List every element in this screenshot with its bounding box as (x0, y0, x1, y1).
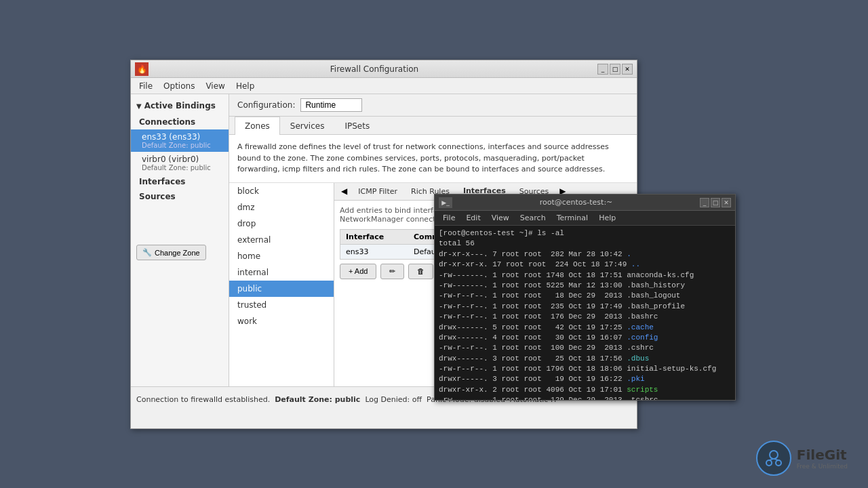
term-line-9: drwx------. 5 root root 42 Oct 19 17:25 … (439, 323, 731, 333)
zone-work[interactable]: work (229, 313, 334, 329)
term-menu-file[interactable]: File (437, 212, 460, 224)
terminal-controls: _ □ ✕ (700, 198, 731, 207)
term-line-4: -rw-------. 1 root root 1748 Oct 18 17:5… (439, 270, 731, 281)
terminal-menu-bar: File Edit View Search Terminal Help (435, 211, 735, 226)
minimize-button[interactable]: _ (597, 64, 608, 75)
firewall-sidebar: ▼ Active Bindings Connections ens33 (ens… (131, 94, 229, 386)
term-line-3: dr-xr-xr-x. 17 root root 224 Oct 18 17:4… (439, 260, 731, 270)
term-line-1: total 56 (439, 239, 731, 249)
zone-description: A firewalld zone defines the level of tr… (229, 135, 637, 183)
active-bindings-label: Active Bindings (144, 101, 216, 110)
sub-tab-icmp[interactable]: ICMP Filter (351, 184, 404, 199)
close-button[interactable]: ✕ (622, 64, 633, 75)
terminal-title: root@centos-test:~ (452, 198, 700, 207)
svg-line-4 (774, 459, 778, 460)
zone-trusted[interactable]: trusted (229, 297, 334, 313)
term-menu-help[interactable]: Help (593, 212, 621, 224)
zone-block[interactable]: block (229, 183, 334, 199)
expand-icon: ▼ (136, 102, 142, 110)
interfaces-label: Interfaces (131, 174, 229, 189)
zone-external[interactable]: external (229, 232, 334, 248)
menu-help[interactable]: Help (231, 80, 260, 92)
add-interface-button[interactable]: + Add (340, 264, 376, 279)
term-line-2: dr-xr-x---. 7 root root 282 Mar 28 10:42… (439, 249, 731, 260)
terminal-window: ▶_ root@centos-test:~ _ □ ✕ File Edit Vi… (434, 194, 736, 401)
connection-name-virbr0: virbr0 (virbr0) (142, 155, 218, 164)
term-menu-search[interactable]: Search (515, 212, 551, 224)
tab-zones[interactable]: Zones (235, 117, 280, 135)
status-connection: Connection to firewalld established. (136, 395, 270, 404)
term-line-7: -rw-r--r--. 1 root root 235 Oct 19 17:49… (439, 302, 731, 312)
config-bar: Configuration: Runtime Permanent (229, 94, 637, 117)
firewall-app-icon: 🔥 (135, 62, 149, 76)
connection-name-ens33: ens33 (ens33) (142, 132, 218, 142)
terminal-app-icon: ▶_ (439, 197, 452, 208)
remove-interface-button[interactable]: 🗑 (408, 264, 433, 279)
filegit-icon (756, 441, 791, 476)
sources-label: Sources (131, 189, 229, 204)
filegit-name: FileGit (797, 447, 848, 463)
term-line-12: drwx------. 3 root root 25 Oct 18 17:56 … (439, 354, 731, 364)
term-menu-terminal[interactable]: Terminal (551, 212, 594, 224)
firewall-titlebar: 🔥 Firewall Configuration _ □ ✕ (131, 60, 637, 78)
active-bindings-header: ▼ Active Bindings (131, 97, 229, 115)
menu-view[interactable]: View (200, 80, 230, 92)
term-close-button[interactable]: ✕ (722, 198, 731, 207)
term-line-15: drwxr-xr-x. 2 root root 4096 Oct 19 17:0… (439, 385, 731, 395)
connection-zone-ens33: Default Zone: public (142, 142, 218, 149)
edit-interface-button[interactable]: ✏ (380, 264, 404, 279)
term-line-10: drwx------. 4 root root 30 Oct 19 16:07 … (439, 333, 731, 343)
svg-point-1 (766, 460, 772, 466)
zone-home[interactable]: home (229, 248, 334, 264)
sidebar-item-virbr0[interactable]: virbr0 (virbr0) Default Zone: public (131, 152, 229, 174)
maximize-button[interactable]: □ (610, 64, 620, 75)
main-tabs-bar: Zones Services IPSets (229, 117, 637, 135)
firewall-window-controls: _ □ ✕ (597, 64, 633, 75)
term-menu-edit[interactable]: Edit (460, 212, 486, 224)
term-line-16: -rw-------. 1 root root 129 Dec 29 2013 … (439, 395, 731, 400)
term-line-11: -rw-r--r--. 1 root root 100 Dec 29 2013 … (439, 343, 731, 353)
firewall-menu-bar: File Options View Help (131, 78, 637, 94)
connections-label: Connections (131, 115, 229, 129)
config-dropdown-wrapper: Runtime Permanent (300, 98, 362, 112)
term-menu-view[interactable]: View (486, 212, 515, 224)
menu-file[interactable]: File (134, 80, 158, 92)
filegit-text: FileGit Free & Unlimited (797, 447, 848, 470)
interface-cell: ens33 (340, 245, 408, 259)
config-label: Configuration: (237, 100, 295, 110)
term-line-6: -rw-r--r--. 1 root root 18 Dec 29 2013 .… (439, 291, 731, 301)
zone-icon: 🔧 (142, 248, 152, 257)
term-minimize-button[interactable]: _ (700, 198, 709, 207)
filegit-tagline: Free & Unlimited (797, 463, 848, 470)
tab-services[interactable]: Services (280, 117, 335, 135)
term-line-13: -rw-r--r--. 1 root root 1796 Oct 18 18:0… (439, 364, 731, 374)
desktop: 🔥 Firewall Configuration _ □ ✕ File Opti… (0, 0, 868, 488)
filegit-logo: FileGit Free & Unlimited (756, 441, 848, 476)
sidebar-item-ens33[interactable]: ens33 (ens33) Default Zone: public (131, 129, 229, 152)
menu-options[interactable]: Options (158, 80, 200, 92)
sub-tab-prev-button[interactable]: ◀ (337, 184, 351, 199)
svg-point-2 (776, 460, 781, 466)
term-line-14: drwxr-----. 3 root root 19 Oct 19 16:22 … (439, 374, 731, 384)
zone-dmz[interactable]: dmz (229, 199, 334, 216)
status-log-denied: Log Denied: off (365, 395, 422, 404)
zone-public[interactable]: public (229, 281, 334, 297)
col-header-interface: Interface (340, 230, 408, 244)
term-line-5: -rw-------. 1 root root 5225 Mar 12 13:0… (439, 281, 731, 291)
svg-line-3 (769, 459, 774, 460)
term-line-0: [root@centos-test ~]# ls -al (439, 228, 731, 239)
status-default-zone: Default Zone: public (275, 395, 360, 404)
connection-zone-virbr0: Default Zone: public (142, 164, 218, 171)
config-dropdown[interactable]: Runtime Permanent (300, 98, 362, 112)
svg-point-0 (770, 451, 778, 459)
terminal-body[interactable]: [root@centos-test ~]# ls -al total 56 dr… (435, 226, 735, 400)
zone-internal[interactable]: internal (229, 264, 334, 281)
zone-list: block dmz drop external home internal pu… (229, 183, 334, 387)
terminal-titlebar: ▶_ root@centos-test:~ _ □ ✕ (435, 195, 735, 211)
firewall-window-title: Firewall Configuration (151, 64, 597, 74)
term-maximize-button[interactable]: □ (711, 198, 720, 207)
change-zone-button[interactable]: 🔧 Change Zone (136, 245, 206, 260)
zone-drop[interactable]: drop (229, 216, 334, 232)
tab-ipsets[interactable]: IPSets (334, 117, 380, 135)
term-line-8: -rw-r--r--. 1 root root 176 Dec 29 2013 … (439, 312, 731, 322)
